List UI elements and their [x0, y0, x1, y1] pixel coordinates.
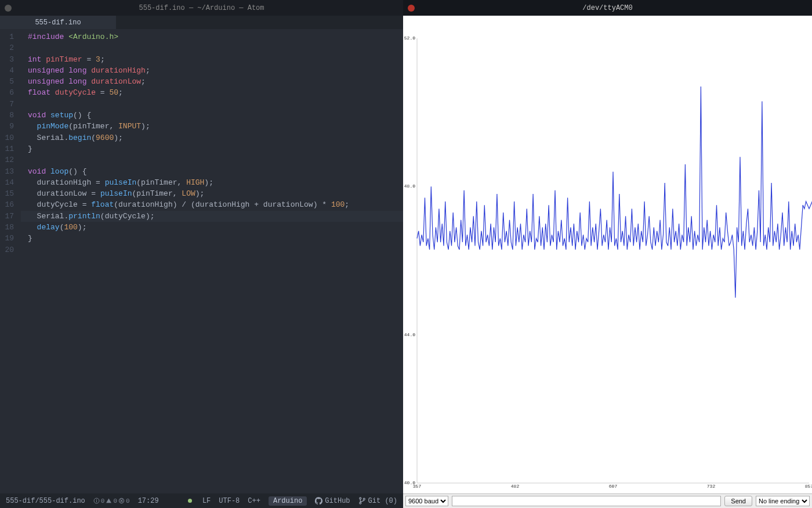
code-line[interactable]: durationHigh = pulseIn(pinTimer, HIGH); [21, 177, 403, 188]
line-number: 5 [0, 76, 14, 87]
code-line[interactable] [21, 244, 403, 255]
svg-rect-2 [96, 499, 97, 500]
editor-title-bar[interactable]: 555-dif.ino — ~/Arduino — Atom [0, 0, 403, 16]
status-unsaved-indicator [188, 497, 194, 505]
code-line[interactable] [21, 42, 403, 53]
status-line-ending[interactable]: LF [202, 497, 211, 505]
code-line[interactable]: void loop() { [21, 166, 403, 177]
error-icon [118, 498, 125, 504]
line-number: 15 [0, 188, 14, 199]
line-number: 19 [0, 233, 14, 244]
line-number: 2 [0, 42, 14, 53]
window-close-icon[interactable] [408, 5, 415, 12]
line-number: 12 [0, 154, 14, 165]
y-tick-label: 44.0 [404, 332, 415, 337]
x-tick-label: 607 [609, 484, 617, 489]
window-close-icon[interactable] [5, 5, 12, 12]
code-line[interactable]: Serial.println(dutyCycle); [21, 211, 403, 222]
status-bar: 555-dif/555-dif.ino 0 0 0 17:29 LF UTF-8… [0, 493, 403, 508]
line-number: 18 [0, 222, 14, 233]
tab-label: 555-dif.ino [35, 19, 81, 27]
code-line[interactable]: int pinTimer = 3; [21, 54, 403, 65]
plotter-title-bar[interactable]: /dev/ttyACM0 [403, 0, 812, 16]
status-file-path[interactable]: 555-dif/555-dif.ino [6, 497, 85, 505]
svg-point-6 [363, 498, 365, 500]
y-tick-label: 52.0 [404, 35, 415, 41]
line-number: 1 [0, 31, 14, 42]
send-button[interactable]: Send [724, 496, 752, 506]
code-line[interactable]: durationLow = pulseIn(pinTimer, LOW); [21, 188, 403, 199]
x-tick-label: 357 [413, 484, 421, 489]
diagnostics[interactable]: 0 0 0 [93, 498, 130, 505]
svg-point-4 [359, 498, 361, 499]
line-number: 10 [0, 132, 14, 143]
code-line[interactable]: #include <Arduino.h> [21, 31, 403, 42]
status-build-target[interactable]: Arduino [269, 496, 307, 506]
line-number: 8 [0, 110, 14, 121]
status-grammar[interactable]: C++ [248, 497, 260, 505]
code-line[interactable]: Serial.begin(9600); [21, 132, 403, 143]
x-tick-label: 857 [805, 484, 812, 489]
info-icon [93, 498, 100, 504]
status-cursor-position[interactable]: 17:29 [138, 497, 159, 505]
github-icon [315, 497, 322, 505]
serial-input[interactable] [452, 496, 721, 506]
tab-strip: 555-dif.ino [0, 16, 403, 29]
line-number: 16 [0, 199, 14, 210]
code-line[interactable]: unsigned long durationHigh; [21, 65, 403, 76]
svg-point-5 [359, 502, 361, 504]
window-title: 555-dif.ino — ~/Arduino — Atom [139, 4, 264, 12]
line-number: 11 [0, 143, 14, 154]
serial-plotter-window: /dev/ttyACM0 40.044.048.052.035748260773… [403, 0, 812, 508]
code-line[interactable]: pinMode(pinTimer, INPUT); [21, 121, 403, 132]
baud-select[interactable]: 9600 baud [405, 496, 448, 506]
tab-555-dif[interactable]: 555-dif.ino [0, 16, 116, 29]
code-line[interactable] [21, 154, 403, 165]
plot-area: 40.044.048.052.0357482607732857 [403, 16, 812, 493]
code-lines[interactable]: #include <Arduino.h>int pinTimer = 3;uns… [21, 31, 403, 493]
code-line[interactable]: void setup() { [21, 110, 403, 121]
line-number: 9 [0, 121, 14, 132]
code-area[interactable]: 1234567891011121314151617181920 #include… [0, 29, 403, 493]
code-line[interactable]: } [21, 233, 403, 244]
code-line[interactable]: } [21, 143, 403, 154]
code-line[interactable]: unsigned long durationLow; [21, 76, 403, 87]
x-tick-label: 732 [707, 484, 715, 489]
git-branch-icon [358, 497, 366, 505]
plotter-footer: 9600 baud Send No line ending [403, 493, 812, 508]
plotter-window-title: /dev/ttyACM0 [582, 4, 632, 12]
code-line[interactable]: float dutyCycle = 50; [21, 87, 403, 98]
line-number: 7 [0, 99, 14, 110]
line-number: 6 [0, 87, 14, 98]
status-git[interactable]: Git (0) [358, 497, 397, 505]
line-number: 4 [0, 65, 14, 76]
atom-editor-window: 555-dif.ino — ~/Arduino — Atom 555-dif.i… [0, 0, 403, 508]
line-ending-select[interactable]: No line ending [756, 496, 810, 506]
line-number-gutter: 1234567891011121314151617181920 [0, 31, 21, 493]
x-tick-label: 482 [511, 484, 519, 489]
code-line[interactable]: dutyCycle = float(durationHigh) / (durat… [21, 199, 403, 210]
line-number: 3 [0, 54, 14, 65]
y-tick-label: 48.0 [404, 183, 415, 189]
svg-rect-1 [96, 500, 97, 502]
line-number: 20 [0, 244, 14, 255]
warning-icon [106, 498, 112, 504]
status-encoding[interactable]: UTF-8 [219, 497, 240, 505]
status-github[interactable]: GitHub [315, 497, 350, 505]
plot-svg [403, 16, 812, 493]
line-number: 14 [0, 177, 14, 188]
line-number: 13 [0, 166, 14, 177]
line-number: 17 [0, 211, 14, 222]
code-line[interactable] [21, 99, 403, 110]
code-line[interactable]: delay(100); [21, 222, 403, 233]
